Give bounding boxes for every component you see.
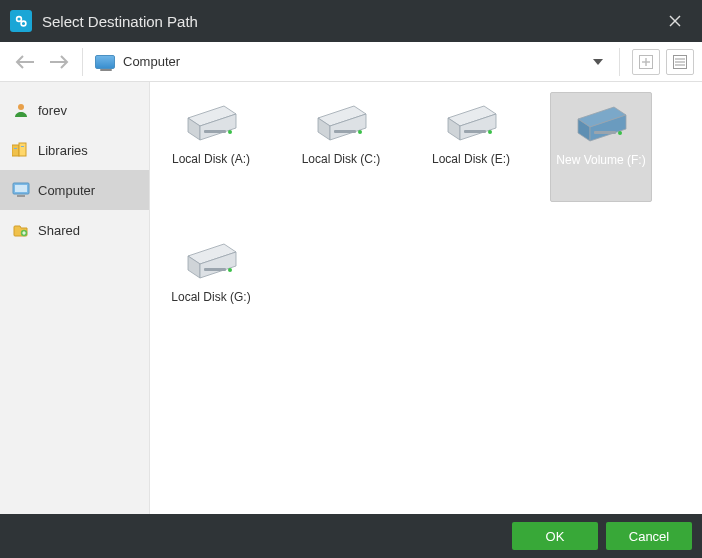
svg-rect-31 <box>334 130 356 133</box>
svg-rect-36 <box>464 130 486 133</box>
back-button[interactable] <box>8 47 42 77</box>
sidebar-item-label: Shared <box>38 223 80 238</box>
svg-rect-46 <box>204 268 226 271</box>
drive-label: Local Disk (E:) <box>432 152 510 166</box>
sidebar-item-libraries[interactable]: Libraries <box>0 130 149 170</box>
sidebar-item-shared[interactable]: Shared <box>0 210 149 250</box>
drive-item[interactable]: Local Disk (A:) <box>160 92 262 202</box>
plus-icon <box>639 55 653 69</box>
path-dropdown-button[interactable] <box>583 59 613 65</box>
drive-item[interactable]: Local Disk (G:) <box>160 230 262 340</box>
svg-point-27 <box>228 130 232 134</box>
sidebar: forev Libraries Computer Shared <box>0 82 150 514</box>
disk-drive-icon <box>440 100 502 146</box>
arrow-left-icon <box>14 54 36 70</box>
disk-drive-icon <box>180 238 242 284</box>
drive-label: Local Disk (G:) <box>171 290 250 304</box>
drive-grid: Local Disk (A:) Local Disk (C:) Local Di… <box>160 92 692 340</box>
svg-point-1 <box>21 21 26 26</box>
svg-rect-41 <box>594 131 616 134</box>
drive-label: New Volume (F:) <box>556 153 645 167</box>
toolbar-separator <box>619 48 620 76</box>
sidebar-item-computer[interactable]: Computer <box>0 170 149 210</box>
ok-button[interactable]: OK <box>512 522 598 550</box>
svg-point-37 <box>488 130 492 134</box>
path-label: Computer <box>123 54 180 69</box>
dialog-window: Select Destination Path Computer <box>0 0 702 558</box>
drive-label: Local Disk (A:) <box>172 152 250 166</box>
dialog-body: forev Libraries Computer Shared <box>0 82 702 514</box>
drive-item[interactable]: Local Disk (C:) <box>290 92 392 202</box>
cancel-button[interactable]: Cancel <box>606 522 692 550</box>
new-folder-button[interactable] <box>632 49 660 75</box>
footer: OK Cancel <box>0 514 702 558</box>
svg-point-0 <box>17 17 22 22</box>
titlebar: Select Destination Path <box>0 0 702 42</box>
libraries-icon <box>12 141 30 159</box>
computer-icon <box>95 55 115 69</box>
disk-drive-icon <box>180 100 242 146</box>
app-icon <box>10 10 32 32</box>
disk-drive-icon <box>310 100 372 146</box>
sidebar-item-label: Libraries <box>38 143 88 158</box>
path-box[interactable]: Computer <box>89 54 583 69</box>
svg-point-14 <box>18 104 24 110</box>
close-button[interactable] <box>654 0 696 42</box>
svg-point-47 <box>228 268 232 272</box>
toolbar: Computer <box>0 42 702 82</box>
close-icon <box>669 15 681 27</box>
shared-icon <box>12 221 30 239</box>
arrow-right-icon <box>48 54 70 70</box>
drive-label: Local Disk (C:) <box>302 152 381 166</box>
toolbar-separator <box>82 48 83 76</box>
content-pane: Local Disk (A:) Local Disk (C:) Local Di… <box>150 82 702 514</box>
forward-button[interactable] <box>42 47 76 77</box>
sidebar-item-label: forev <box>38 103 67 118</box>
sidebar-item-user[interactable]: forev <box>0 90 149 130</box>
sidebar-item-label: Computer <box>38 183 95 198</box>
list-view-icon <box>673 55 687 69</box>
svg-rect-26 <box>204 130 226 133</box>
svg-point-32 <box>358 130 362 134</box>
svg-rect-15 <box>12 145 19 156</box>
svg-rect-21 <box>17 195 25 197</box>
svg-rect-17 <box>14 148 17 149</box>
window-title: Select Destination Path <box>42 13 654 30</box>
user-icon <box>12 101 30 119</box>
svg-point-42 <box>618 131 622 135</box>
view-list-button[interactable] <box>666 49 694 75</box>
svg-marker-6 <box>593 59 603 65</box>
svg-rect-20 <box>15 185 27 192</box>
drive-item[interactable]: New Volume (F:) <box>550 92 652 202</box>
computer-icon <box>12 181 30 199</box>
caret-down-icon <box>593 59 603 65</box>
drive-item[interactable]: Local Disk (E:) <box>420 92 522 202</box>
svg-rect-18 <box>21 146 24 147</box>
disk-drive-icon <box>570 101 632 147</box>
svg-rect-16 <box>19 143 26 156</box>
